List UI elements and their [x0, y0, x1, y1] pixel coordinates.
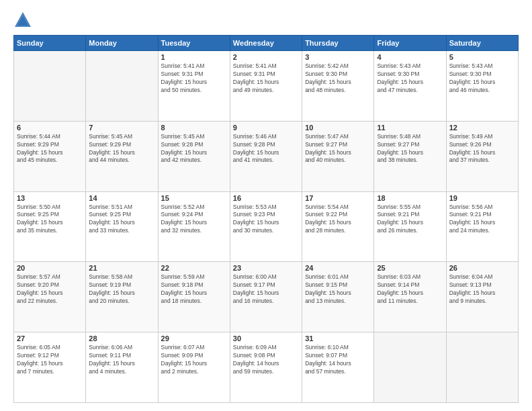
calendar-cell: 28Sunrise: 6:06 AM Sunset: 9:11 PM Dayli…	[86, 332, 158, 403]
day-info: Sunrise: 5:41 AM Sunset: 9:31 PM Dayligh…	[161, 62, 227, 95]
day-number: 22	[161, 264, 227, 272]
day-number: 29	[161, 334, 227, 342]
day-number: 24	[305, 264, 371, 272]
calendar-cell: 2Sunrise: 5:41 AM Sunset: 9:31 PM Daylig…	[230, 51, 302, 122]
calendar-cell: 29Sunrise: 6:07 AM Sunset: 9:09 PM Dayli…	[158, 332, 230, 403]
day-number: 11	[377, 124, 443, 132]
day-number: 4	[377, 53, 443, 61]
day-number: 23	[233, 264, 299, 272]
day-number: 18	[377, 194, 443, 202]
day-number: 31	[305, 334, 371, 342]
calendar-cell	[446, 332, 518, 403]
day-info: Sunrise: 5:41 AM Sunset: 9:31 PM Dayligh…	[233, 62, 299, 95]
weekday-header-thursday: Thursday	[302, 36, 374, 51]
day-number: 2	[233, 53, 299, 61]
day-number: 13	[17, 194, 83, 202]
logo	[13, 11, 35, 30]
weekday-header-row: SundayMondayTuesdayWednesdayThursdayFrid…	[14, 36, 519, 51]
day-number: 1	[161, 53, 227, 61]
calendar-cell: 30Sunrise: 6:09 AM Sunset: 9:08 PM Dayli…	[230, 332, 302, 403]
weekday-header-sunday: Sunday	[14, 36, 86, 51]
day-info: Sunrise: 5:43 AM Sunset: 9:30 PM Dayligh…	[449, 62, 515, 95]
calendar-cell: 18Sunrise: 5:55 AM Sunset: 9:21 PM Dayli…	[374, 191, 446, 262]
day-info: Sunrise: 5:58 AM Sunset: 9:19 PM Dayligh…	[89, 273, 154, 306]
weekday-header-wednesday: Wednesday	[230, 36, 302, 51]
day-number: 27	[17, 334, 83, 342]
day-number: 10	[305, 124, 371, 132]
calendar-cell: 6Sunrise: 5:44 AM Sunset: 9:29 PM Daylig…	[14, 121, 86, 191]
day-info: Sunrise: 5:42 AM Sunset: 9:30 PM Dayligh…	[305, 62, 371, 95]
calendar-cell: 14Sunrise: 5:51 AM Sunset: 9:25 PM Dayli…	[86, 191, 158, 262]
calendar-cell: 31Sunrise: 6:10 AM Sunset: 9:07 PM Dayli…	[302, 332, 374, 403]
week-row-4: 20Sunrise: 5:57 AM Sunset: 9:20 PM Dayli…	[14, 262, 519, 332]
day-number: 20	[17, 264, 83, 272]
calendar-cell: 20Sunrise: 5:57 AM Sunset: 9:20 PM Dayli…	[14, 262, 86, 332]
day-number: 28	[89, 334, 154, 342]
day-number: 6	[17, 124, 83, 132]
day-info: Sunrise: 5:44 AM Sunset: 9:29 PM Dayligh…	[17, 133, 83, 165]
day-info: Sunrise: 6:06 AM Sunset: 9:11 PM Dayligh…	[89, 344, 154, 376]
day-number: 5	[449, 53, 515, 61]
calendar-cell: 21Sunrise: 5:58 AM Sunset: 9:19 PM Dayli…	[86, 262, 158, 332]
header	[13, 11, 519, 30]
day-info: Sunrise: 5:45 AM Sunset: 9:29 PM Dayligh…	[89, 133, 154, 165]
day-number: 15	[161, 194, 227, 202]
day-info: Sunrise: 6:03 AM Sunset: 9:14 PM Dayligh…	[377, 273, 443, 306]
calendar-cell	[374, 332, 446, 403]
day-number: 7	[89, 124, 154, 132]
day-number: 25	[377, 264, 443, 272]
week-row-3: 13Sunrise: 5:50 AM Sunset: 9:25 PM Dayli…	[14, 191, 519, 262]
weekday-header-tuesday: Tuesday	[158, 36, 230, 51]
day-number: 26	[449, 264, 515, 272]
weekday-header-saturday: Saturday	[446, 36, 518, 51]
day-info: Sunrise: 5:57 AM Sunset: 9:20 PM Dayligh…	[17, 273, 83, 306]
calendar-cell: 26Sunrise: 6:04 AM Sunset: 9:13 PM Dayli…	[446, 262, 518, 332]
day-info: Sunrise: 5:52 AM Sunset: 9:24 PM Dayligh…	[161, 203, 227, 236]
day-info: Sunrise: 6:07 AM Sunset: 9:09 PM Dayligh…	[161, 344, 227, 376]
calendar-cell: 15Sunrise: 5:52 AM Sunset: 9:24 PM Dayli…	[158, 191, 230, 262]
day-info: Sunrise: 5:54 AM Sunset: 9:22 PM Dayligh…	[305, 203, 371, 236]
day-number: 3	[305, 53, 371, 61]
day-number: 21	[89, 264, 154, 272]
day-number: 12	[449, 124, 515, 132]
calendar-cell: 3Sunrise: 5:42 AM Sunset: 9:30 PM Daylig…	[302, 51, 374, 122]
day-info: Sunrise: 5:45 AM Sunset: 9:28 PM Dayligh…	[161, 133, 227, 165]
day-info: Sunrise: 6:05 AM Sunset: 9:12 PM Dayligh…	[17, 344, 83, 376]
day-info: Sunrise: 5:46 AM Sunset: 9:28 PM Dayligh…	[233, 133, 299, 165]
page: SundayMondayTuesdayWednesdayThursdayFrid…	[0, 0, 532, 411]
day-info: Sunrise: 6:09 AM Sunset: 9:08 PM Dayligh…	[233, 344, 299, 376]
calendar-cell: 5Sunrise: 5:43 AM Sunset: 9:30 PM Daylig…	[446, 51, 518, 122]
day-info: Sunrise: 5:50 AM Sunset: 9:25 PM Dayligh…	[17, 203, 83, 236]
day-number: 17	[305, 194, 371, 202]
day-number: 16	[233, 194, 299, 202]
week-row-1: 1Sunrise: 5:41 AM Sunset: 9:31 PM Daylig…	[14, 51, 519, 122]
week-row-2: 6Sunrise: 5:44 AM Sunset: 9:29 PM Daylig…	[14, 121, 519, 191]
logo-icon	[13, 11, 32, 30]
calendar-table: SundayMondayTuesdayWednesdayThursdayFrid…	[13, 35, 519, 403]
day-number: 9	[233, 124, 299, 132]
calendar-cell: 9Sunrise: 5:46 AM Sunset: 9:28 PM Daylig…	[230, 121, 302, 191]
calendar-cell: 10Sunrise: 5:47 AM Sunset: 9:27 PM Dayli…	[302, 121, 374, 191]
calendar-cell: 17Sunrise: 5:54 AM Sunset: 9:22 PM Dayli…	[302, 191, 374, 262]
day-info: Sunrise: 5:43 AM Sunset: 9:30 PM Dayligh…	[377, 62, 443, 95]
day-info: Sunrise: 5:47 AM Sunset: 9:27 PM Dayligh…	[305, 133, 371, 165]
day-info: Sunrise: 5:56 AM Sunset: 9:21 PM Dayligh…	[449, 203, 515, 236]
day-info: Sunrise: 6:00 AM Sunset: 9:17 PM Dayligh…	[233, 273, 299, 306]
calendar-cell: 7Sunrise: 5:45 AM Sunset: 9:29 PM Daylig…	[86, 121, 158, 191]
calendar-cell: 25Sunrise: 6:03 AM Sunset: 9:14 PM Dayli…	[374, 262, 446, 332]
weekday-header-friday: Friday	[374, 36, 446, 51]
calendar-cell: 24Sunrise: 6:01 AM Sunset: 9:15 PM Dayli…	[302, 262, 374, 332]
calendar-cell	[86, 51, 158, 122]
day-info: Sunrise: 6:01 AM Sunset: 9:15 PM Dayligh…	[305, 273, 371, 306]
day-info: Sunrise: 5:48 AM Sunset: 9:27 PM Dayligh…	[377, 133, 443, 165]
day-info: Sunrise: 5:55 AM Sunset: 9:21 PM Dayligh…	[377, 203, 443, 236]
day-number: 19	[449, 194, 515, 202]
week-row-5: 27Sunrise: 6:05 AM Sunset: 9:12 PM Dayli…	[14, 332, 519, 403]
calendar-cell: 11Sunrise: 5:48 AM Sunset: 9:27 PM Dayli…	[374, 121, 446, 191]
calendar-cell: 12Sunrise: 5:49 AM Sunset: 9:26 PM Dayli…	[446, 121, 518, 191]
calendar-cell: 22Sunrise: 5:59 AM Sunset: 9:18 PM Dayli…	[158, 262, 230, 332]
day-number: 14	[89, 194, 154, 202]
day-info: Sunrise: 6:04 AM Sunset: 9:13 PM Dayligh…	[449, 273, 515, 306]
day-info: Sunrise: 5:49 AM Sunset: 9:26 PM Dayligh…	[449, 133, 515, 165]
calendar-cell: 16Sunrise: 5:53 AM Sunset: 9:23 PM Dayli…	[230, 191, 302, 262]
